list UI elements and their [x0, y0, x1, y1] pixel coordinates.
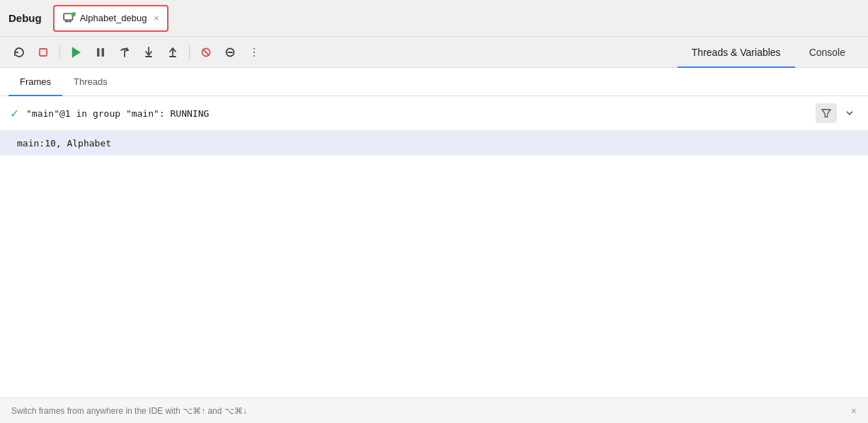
- svg-marker-7: [74, 48, 81, 57]
- svg-point-20: [253, 48, 255, 50]
- svg-rect-6: [40, 49, 47, 56]
- stop-button[interactable]: [33, 42, 54, 63]
- sub-tab-threads[interactable]: Threads: [62, 68, 119, 96]
- svg-rect-10: [102, 48, 105, 57]
- status-text: Switch frames from anywhere in the IDE w…: [11, 406, 247, 416]
- svg-rect-0: [64, 13, 72, 20]
- svg-line-17: [203, 50, 209, 55]
- separator-1: [59, 45, 60, 59]
- sub-tabs: Frames Threads: [0, 68, 868, 96]
- thread-status-icon: ✓: [10, 107, 19, 120]
- tab-label: Alphabet_debug: [80, 13, 147, 23]
- tab-threads-variables[interactable]: Threads & Variables: [678, 37, 795, 68]
- pause-button[interactable]: [90, 42, 111, 63]
- resume-button[interactable]: [66, 42, 87, 63]
- svg-rect-9: [97, 48, 100, 57]
- status-bar: Switch frames from anywhere in the IDE w…: [0, 398, 868, 423]
- filter-button[interactable]: [816, 103, 837, 123]
- frame-item[interactable]: main:10, Alphabet: [0, 131, 868, 156]
- thread-header: ✓ "main"@1 in group "main": RUNNING: [0, 96, 868, 131]
- debug-session-icon: [63, 12, 76, 25]
- debug-tab[interactable]: Alphabet_debug ×: [53, 5, 169, 32]
- panel-tabs: Threads & Variables Console: [678, 37, 860, 68]
- svg-point-21: [253, 52, 255, 53]
- status-close-button[interactable]: ×: [851, 405, 857, 417]
- step-into-button[interactable]: [138, 42, 159, 63]
- tab-close-button[interactable]: ×: [154, 14, 159, 23]
- content-area: ✓ "main"@1 in group "main": RUNNING main…: [0, 96, 868, 398]
- toolbar: Threads & Variables Console: [0, 37, 868, 68]
- frame-text: main:10, Alphabet: [17, 138, 111, 149]
- clear-button[interactable]: [219, 42, 241, 63]
- tab-console[interactable]: Console: [795, 37, 860, 68]
- svg-point-22: [253, 55, 255, 57]
- sub-tab-frames[interactable]: Frames: [8, 68, 62, 96]
- more-options-button[interactable]: [244, 42, 265, 63]
- mute-breakpoints-button[interactable]: [195, 42, 217, 63]
- top-bar: Debug Alphabet_debug ×: [0, 0, 868, 37]
- toolbar-left: [8, 42, 678, 63]
- step-out-button[interactable]: [162, 42, 183, 63]
- step-over-button[interactable]: [114, 42, 135, 63]
- debug-label: Debug: [8, 12, 42, 24]
- collapse-button[interactable]: [841, 105, 858, 122]
- restart-button[interactable]: [8, 42, 30, 63]
- svg-marker-23: [822, 110, 830, 117]
- separator-2: [189, 45, 190, 59]
- thread-title: "main"@1 in group "main": RUNNING: [26, 108, 816, 119]
